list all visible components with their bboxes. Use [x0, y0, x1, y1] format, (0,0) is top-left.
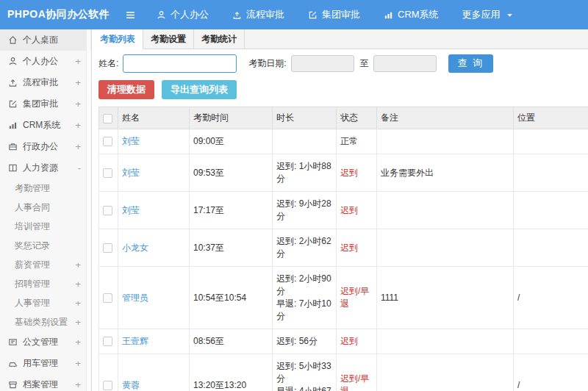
employee-name-link[interactable]: 刘莹 — [122, 168, 140, 178]
attendance-time-cell: 17:17至 — [190, 192, 273, 229]
sidebar-item-label: 公文管理 — [23, 336, 58, 348]
sidebar-subitem[interactable]: 培训管理 — [0, 217, 91, 236]
employee-name-link[interactable]: 小龙女 — [122, 243, 148, 253]
location-cell — [514, 129, 588, 154]
col-header-duration: 时长 — [273, 107, 337, 129]
sidebar-subitem-label: 奖惩记录 — [15, 240, 50, 252]
note-cell — [377, 329, 514, 354]
table-row: 黄蓉 13:20至13:20 迟到: 5小时33分 早退: 4小时67分 迟到/… — [99, 354, 588, 391]
sidebar-subitem[interactable]: 人事管理+ — [0, 293, 91, 312]
sidebar-item[interactable]: 个人桌面 — [0, 29, 91, 51]
header-menu-label: CRM系统 — [398, 8, 439, 21]
tab-bar: 考勤列表考勤设置考勤统计 — [93, 29, 588, 49]
sidebar-item[interactable]: 人力资源- — [0, 157, 91, 179]
export-list-button[interactable]: 导出查询列表 — [162, 80, 237, 99]
header-menu-item[interactable]: 更多应用 — [462, 8, 514, 21]
row-checkbox[interactable] — [103, 137, 112, 146]
sidebar-subitem[interactable]: 考勤管理 — [0, 179, 91, 198]
header-menu-item[interactable]: 个人办公 — [157, 8, 209, 21]
sidebar-item[interactable]: 流程审批+ — [0, 72, 91, 93]
archive-icon — [7, 380, 18, 390]
expand-plus-icon[interactable]: + — [75, 57, 81, 66]
expand-plus-icon[interactable]: + — [75, 279, 81, 289]
user-icon — [7, 57, 18, 66]
row-checkbox[interactable] — [103, 168, 112, 178]
employee-name-link[interactable]: 王壹辉 — [122, 336, 148, 346]
expand-plus-icon[interactable]: + — [75, 121, 81, 130]
status-cell: 迟到 — [337, 192, 377, 229]
expand-plus-icon[interactable]: + — [75, 298, 81, 308]
row-checkbox[interactable] — [103, 381, 112, 390]
brand-logo[interactable]: PHPOA协同办公软件 — [0, 8, 103, 21]
sidebar-submenu: 考勤管理人事合同培训管理奖惩记录薪资管理+招聘管理+人事管理+基础类别设置+ — [0, 179, 91, 331]
employee-name-link[interactable]: 黄蓉 — [122, 380, 140, 390]
status-cell: 迟到 — [337, 154, 377, 192]
car-icon — [7, 359, 18, 368]
sidebar-item[interactable]: 用车管理+ — [0, 353, 91, 374]
sidebar-subitem[interactable]: 人事合同 — [0, 198, 91, 217]
sidebar-subitem[interactable]: 基础类别设置+ — [0, 312, 91, 331]
tab-attendance-list[interactable]: 考勤列表 — [93, 29, 143, 49]
sidebar-item-label: 个人办公 — [23, 55, 58, 68]
note-cell — [377, 129, 514, 154]
employee-name-link[interactable]: 刘莹 — [122, 205, 140, 215]
row-checkbox[interactable] — [103, 243, 112, 253]
sidebar: 个人桌面个人办公+流程审批+集团审批+CRM系统+行政办公+人力资源-考勤管理人… — [0, 29, 92, 391]
sidebar-item[interactable]: 档案管理+ — [0, 374, 91, 391]
sidebar-subitem[interactable]: 奖惩记录 — [0, 236, 91, 255]
header-menu-item[interactable]: 集团审批 — [308, 8, 360, 21]
sidebar-subitem-label: 人事合同 — [15, 201, 50, 214]
duration-cell: 迟到: 9小时28分 — [273, 192, 337, 229]
expand-plus-icon[interactable]: + — [75, 260, 81, 270]
sidebar-item[interactable]: 集团审批+ — [0, 93, 91, 115]
sidebar-item[interactable]: 公文管理+ — [0, 331, 91, 353]
note-cell — [377, 192, 514, 229]
search-button[interactable]: 查 询 — [448, 54, 494, 73]
header-menu-item[interactable]: 流程审批 — [232, 8, 284, 21]
attendance-table: 姓名 考勤时间 时长 状态 备注 位置 刘莹 09:00至 正常 刘莹 09:5… — [98, 107, 588, 391]
sidebar-item-label: 档案管理 — [23, 379, 58, 391]
name-filter-input[interactable] — [123, 54, 237, 73]
expand-plus-icon[interactable]: + — [75, 142, 81, 151]
main-content: 考勤列表考勤设置考勤统计 姓名: 考勤日期: 至 查 询 清理数据 导出查询列表… — [93, 29, 588, 391]
sidebar-subitem-label: 薪资管理 — [15, 259, 50, 271]
sidebar-subitem-label: 培训管理 — [15, 220, 50, 233]
sidebar-item[interactable]: 行政办公+ — [0, 136, 91, 157]
date-to-input[interactable] — [373, 55, 437, 72]
duration-cell: 迟到: 5小时33分 早退: 4小时67分 — [273, 354, 337, 391]
sidebar-item[interactable]: CRM系统+ — [0, 115, 91, 136]
employee-name-link[interactable]: 刘莹 — [122, 136, 140, 146]
duration-cell: 迟到: 56分 — [273, 329, 337, 354]
tab-attendance-stats[interactable]: 考勤统计 — [194, 29, 245, 49]
table-row: 王壹辉 08:56至 迟到: 56分 迟到 — [99, 329, 588, 354]
expand-plus-icon[interactable]: + — [75, 78, 81, 87]
name-filter-label: 姓名: — [98, 57, 118, 70]
sidebar-subitem[interactable]: 薪资管理+ — [0, 255, 91, 274]
header-menu-label: 集团审批 — [322, 8, 360, 21]
header-menu-label: 更多应用 — [462, 8, 501, 21]
row-checkbox[interactable] — [103, 337, 112, 346]
sidebar-subitem[interactable]: 招聘管理+ — [0, 274, 91, 293]
select-all-checkbox[interactable] — [103, 114, 112, 123]
expand-plus-icon[interactable]: + — [75, 99, 81, 109]
collapse-minus-icon[interactable]: - — [78, 163, 81, 173]
date-from-input[interactable] — [291, 55, 354, 72]
row-checkbox[interactable] — [103, 206, 112, 215]
attendance-time-cell: 10:37至 — [190, 229, 273, 267]
sidebar-item[interactable]: 个人办公+ — [0, 51, 91, 72]
menu-toggle-icon[interactable] — [125, 10, 136, 21]
duration-cell: 迟到: 2小时90分 早退: 7小时10分 — [273, 267, 337, 329]
expand-plus-icon[interactable]: + — [75, 359, 81, 368]
clear-data-button[interactable]: 清理数据 — [98, 80, 154, 99]
table-row: 刘莹 09:53至 迟到: 1小时88分 迟到 业务需要外出 — [99, 154, 588, 192]
expand-plus-icon[interactable]: + — [75, 337, 81, 347]
employee-name-link[interactable]: 管理员 — [122, 293, 148, 303]
expand-plus-icon[interactable]: + — [75, 318, 81, 327]
sidebar-item-label: CRM系统 — [23, 119, 60, 132]
expand-plus-icon[interactable]: + — [75, 380, 81, 390]
header-menu-item[interactable]: CRM系统 — [384, 8, 439, 21]
tab-attendance-settings[interactable]: 考勤设置 — [143, 29, 194, 49]
row-checkbox[interactable] — [103, 293, 112, 303]
sidebar-scrollbar[interactable] — [86, 29, 90, 391]
edit-icon — [308, 10, 318, 20]
